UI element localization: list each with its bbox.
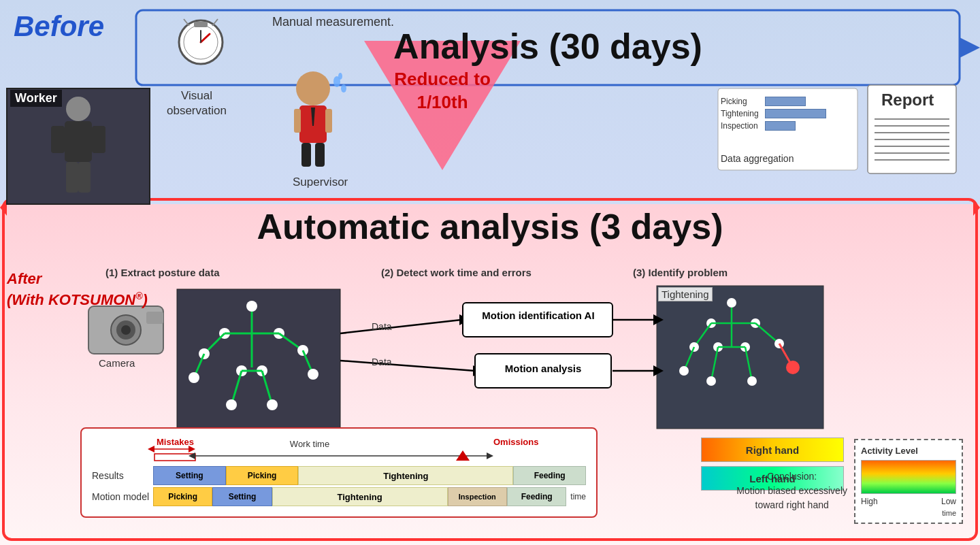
results-row: Results Setting Picking Tightening Feedi… bbox=[92, 466, 586, 485]
segment-setting-result: Setting bbox=[153, 466, 226, 485]
motion-model-row: Motion model Picking Setting Tightening … bbox=[92, 487, 586, 506]
arrows-header: Mistakes Work time Omissions bbox=[92, 437, 586, 464]
results-box: Mistakes Work time Omissions Resu bbox=[80, 427, 598, 518]
svg-rect-101 bbox=[154, 454, 195, 461]
bar-inspection bbox=[765, 121, 796, 131]
motion-id-label: Motion identification AI bbox=[464, 310, 612, 321]
analysis-title: Analysis (30 days) bbox=[136, 26, 960, 67]
data-label-2: Data bbox=[372, 357, 392, 367]
data-label-1: Data bbox=[372, 321, 392, 332]
segment-tightening-model: Tightening bbox=[272, 487, 448, 506]
before-label: Before bbox=[14, 10, 104, 43]
segment-picking-result: Picking bbox=[226, 466, 299, 485]
step1-label: (1) Extract posture data bbox=[105, 267, 220, 278]
segment-feeding-result: Feeding bbox=[513, 466, 586, 485]
bar-picking bbox=[765, 97, 806, 106]
camera-label: Camera bbox=[99, 357, 135, 369]
segment-inspection-model: Inspection bbox=[448, 487, 507, 506]
visual-observation-label: Visualobservation bbox=[167, 88, 227, 118]
segment-setting-model: Setting bbox=[212, 487, 272, 506]
results-segments: Setting Picking Tightening Feeding bbox=[153, 466, 586, 485]
bar-label-tightening: Tightening bbox=[721, 109, 765, 118]
data-aggregation-title: Data aggregation bbox=[718, 153, 794, 164]
svg-text:Omissions: Omissions bbox=[493, 437, 538, 447]
svg-marker-100 bbox=[189, 446, 195, 452]
worker-label: Worker bbox=[10, 90, 62, 107]
header-arrows-svg: Work time Omissions bbox=[92, 437, 609, 464]
results-row-label: Results bbox=[92, 470, 153, 481]
conclusion-text: Conclusion:Motion biased excessivelytowa… bbox=[736, 469, 847, 512]
time-label-model: time bbox=[570, 492, 586, 501]
time-label-legend: time bbox=[861, 509, 956, 517]
manual-measurement-text: Manual measurement. bbox=[272, 15, 394, 29]
segment-tightening-result: Tightening bbox=[298, 466, 513, 485]
step2-label: (2) Detect work time and errors bbox=[381, 267, 532, 278]
bar-label-picking: Picking bbox=[721, 97, 765, 106]
activity-labels: High Low bbox=[861, 497, 956, 506]
tightening-label: Tightening bbox=[658, 287, 713, 301]
bar-label-inspection: Inspection bbox=[721, 121, 765, 131]
auto-analysis-title: Automatic analysis (3 days) bbox=[0, 206, 980, 247]
svg-marker-105 bbox=[487, 452, 493, 459]
high-label: High bbox=[861, 497, 878, 506]
low-label: Low bbox=[941, 497, 956, 506]
step3-label: (3) Identify problem bbox=[633, 267, 728, 278]
motion-analysis-label: Motion analysis bbox=[476, 363, 610, 374]
activity-legend: Activity Level High Low time bbox=[854, 439, 963, 524]
activity-level-title: Activity Level bbox=[861, 446, 956, 456]
data-aggregation-bars: Picking Tightening Inspection bbox=[721, 94, 855, 133]
activity-gradient-bar bbox=[861, 460, 956, 494]
svg-marker-99 bbox=[148, 446, 154, 452]
svg-text:Work time: Work time bbox=[290, 439, 329, 449]
motion-model-label: Motion model bbox=[92, 491, 153, 502]
segment-picking-model: Picking bbox=[153, 487, 212, 506]
bar-tightening bbox=[765, 109, 826, 118]
model-segments: Picking Setting Tightening Inspection Fe… bbox=[153, 487, 566, 506]
report-label: Report bbox=[881, 90, 934, 110]
reduced-text: Reduced to1/10th bbox=[364, 68, 521, 114]
segment-feeding-model: Feeding bbox=[507, 487, 566, 506]
supervisor-label: Supervisor bbox=[293, 176, 348, 189]
main-container: Before Analysis (30 days) Manual measure… bbox=[0, 0, 980, 545]
right-hand-bar: Right hand bbox=[701, 437, 844, 462]
